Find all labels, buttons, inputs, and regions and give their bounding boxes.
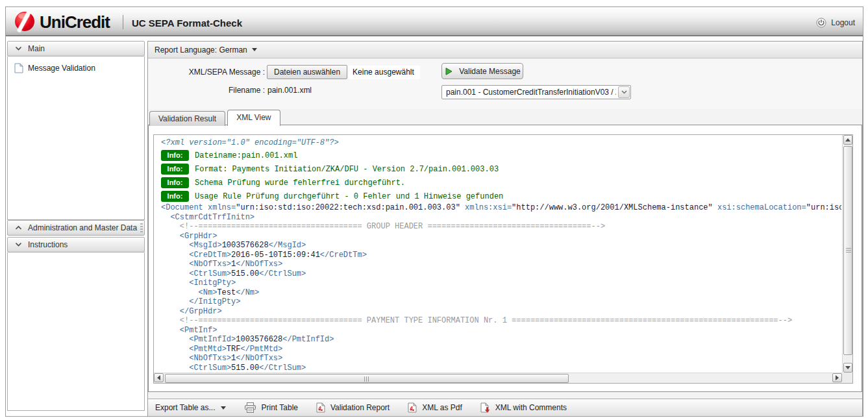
print-table-label: Print Table: [262, 403, 298, 412]
xml-line: <CstmrCdtTrfInitn>: [161, 213, 841, 223]
validation-report-button[interactable]: Validation Report: [316, 402, 390, 413]
brand-name: UniCredit: [40, 12, 110, 32]
xml-with-comments-label: XML with Comments: [495, 403, 567, 412]
play-icon: [444, 67, 453, 76]
app-header: UniCredit UC SEPA Format-Check Logout: [6, 7, 863, 36]
caret-down-icon: [252, 48, 257, 51]
chevron-down-icon: [15, 46, 22, 51]
chevron-down-icon: [15, 242, 22, 247]
app-window: UniCredit UC SEPA Format-Check Logout Ma…: [0, 0, 868, 418]
document-icon: [14, 63, 23, 73]
format-select-value: pain.001 - CustomerCreditTransferInitiat…: [446, 88, 616, 97]
export-menu-label: Export Table as...: [155, 403, 216, 412]
bottom-toolbar: Export Table as... Print Table: [148, 399, 862, 416]
xml-line: <MsgId>1003576628</MsgId>: [161, 241, 841, 251]
report-language-label: Report Language: German: [155, 45, 247, 55]
xml-line: <CtrlSum>515.00</CtrlSum>: [161, 363, 841, 373]
report-language-menu[interactable]: Report Language: German: [148, 42, 862, 58]
scroll-down-button[interactable]: [843, 363, 852, 373]
xml-line: <!--=================================== …: [161, 316, 841, 326]
file-status-text: Keine ausgewählt: [349, 66, 420, 79]
export-table-as-menu[interactable]: Export Table as...: [155, 403, 226, 412]
xml-line: <NbOfTxs>1</NbOfTxs>: [161, 260, 841, 269]
logout-label: Logout: [831, 18, 855, 27]
printer-icon: [244, 402, 256, 413]
info-message: Format: Payments Initiation/ZKA/DFU - Ve…: [195, 165, 499, 174]
format-select[interactable]: pain.001 - CustomerCreditTransferInitiat…: [441, 85, 631, 99]
validate-button-label: Validate Message: [459, 67, 521, 76]
message-field-label: XML/SEPA Message :: [148, 68, 265, 77]
xml-info-row: Info:Usage Rule Prüfung durchgeführt - 0…: [161, 190, 841, 203]
info-message: Schema Prüfung wurde fehlerfrei durchgef…: [195, 178, 405, 188]
print-table-button[interactable]: Print Table: [244, 402, 298, 413]
xml-line: <NbOfTxs>1</NbOfTxs>: [161, 354, 841, 363]
sidebar-item-message-validation[interactable]: Message Validation: [13, 62, 144, 75]
xml-line: <InitgPty>: [161, 278, 841, 288]
xml-info-row: Info:Dateiname:pain.001.xml: [161, 149, 841, 162]
info-badge: Info:: [161, 177, 189, 188]
filename-label: Filename :: [148, 86, 265, 95]
chevron-up-icon: [15, 225, 22, 230]
xml-line: <GrpHdr>: [161, 232, 841, 241]
xml-as-pdf-label: XML as Pdf: [422, 403, 462, 412]
app-frame: UniCredit UC SEPA Format-Check Logout Ma…: [5, 6, 863, 417]
sidebar-item-label: Message Validation: [28, 64, 95, 73]
power-icon: [816, 18, 826, 28]
xml-info-row: Info:Schema Prüfung wurde fehlerfrei dur…: [161, 176, 841, 190]
logout-button[interactable]: Logout: [816, 18, 855, 28]
xml-info-row: Info:Format: Payments Initiation/ZKA/DFU…: [161, 162, 841, 176]
vertical-scrollbar[interactable]: [842, 135, 852, 373]
horizontal-scroll-thumb[interactable]: [165, 374, 569, 383]
scroll-left-button[interactable]: [154, 373, 164, 382]
xml-with-comments-button[interactable]: XML with Comments: [480, 402, 567, 413]
tab-validation-result[interactable]: Validation Result: [149, 111, 225, 126]
pdf-file-icon: [408, 402, 417, 413]
vertical-scroll-thumb[interactable]: [843, 146, 852, 355]
xml-line: </InitgPty>: [161, 297, 841, 307]
xml-line: <Document xmlns="urn:iso:std:iso:20022:t…: [161, 203, 841, 213]
xml-line: <PmtInf>: [161, 326, 841, 336]
info-badge: Info:: [161, 164, 189, 175]
sidebar-section-instructions[interactable]: Instructions: [7, 237, 145, 252]
upload-form: XML/SEPA Message : Dateien auswählen Kei…: [148, 59, 862, 109]
xml-line: <!--=================================== …: [161, 222, 841, 232]
sidebar-section-label: Administration and Master Data: [28, 223, 137, 232]
file-select-button[interactable]: Dateien auswählen: [267, 65, 347, 79]
sidebar-section-label: Instructions: [28, 240, 68, 249]
sidebar: Main Message Validation Administration a…: [7, 41, 145, 413]
info-badge: Info:: [161, 191, 189, 202]
info-message: Usage Rule Prüfung durchgeführt - 0 Fehl…: [195, 192, 503, 201]
pdf-file-icon: [316, 402, 325, 413]
sidebar-section-label: Main: [28, 44, 45, 53]
xml-line: <CtrlSum>515.00</CtrlSum>: [161, 269, 841, 279]
select-arrow-button[interactable]: [618, 86, 630, 98]
header-divider: [123, 15, 123, 29]
scroll-right-button[interactable]: [832, 373, 842, 382]
caret-down-icon: [221, 406, 226, 410]
xml-line: <CreDtTm>2016-05-10T15:09:41</CreDtTm>: [161, 251, 841, 260]
page-title: UC SEPA Format-Check: [132, 18, 242, 29]
xml-line: </GrpHdr>: [161, 307, 841, 317]
unicredit-logo-icon: [15, 12, 34, 31]
xml-view-panel: <?xml version="1.0" encoding="UTF-8"?>In…: [148, 125, 862, 392]
xml-line: <PmtInfId>1003576628</PmtInfId>: [161, 335, 841, 345]
horizontal-scrollbar[interactable]: [154, 373, 842, 383]
scroll-up-button[interactable]: [843, 135, 852, 145]
sidebar-panel-instructions: [7, 252, 145, 411]
xml-document: <?xml version="1.0" encoding="UTF-8"?>In…: [155, 136, 841, 372]
sidebar-section-main[interactable]: Main: [7, 41, 145, 56]
validate-message-button[interactable]: Validate Message: [441, 63, 523, 79]
filename-value: pain.001.xml: [267, 86, 312, 95]
resize-grip[interactable]: [140, 223, 143, 234]
xml-line: <PmtMtd>TRF</PmtMtd>: [161, 345, 841, 354]
download-file-icon: [480, 402, 490, 413]
xml-line: <?xml version="1.0" encoding="UTF-8"?>: [161, 138, 841, 149]
sidebar-section-administration[interactable]: Administration and Master Data: [7, 220, 145, 236]
xml-as-pdf-button[interactable]: XML as Pdf: [408, 402, 462, 413]
main-panel: Report Language: German XML/SEPA Message…: [147, 41, 863, 416]
xml-viewer: <?xml version="1.0" encoding="UTF-8"?>In…: [153, 134, 853, 384]
info-message: Dateiname:pain.001.xml: [195, 151, 297, 160]
xml-line: <Nm>Test</Nm>: [161, 288, 841, 298]
tab-bar: Validation Result XML View: [149, 109, 282, 125]
tab-xml-view[interactable]: XML View: [227, 110, 280, 126]
